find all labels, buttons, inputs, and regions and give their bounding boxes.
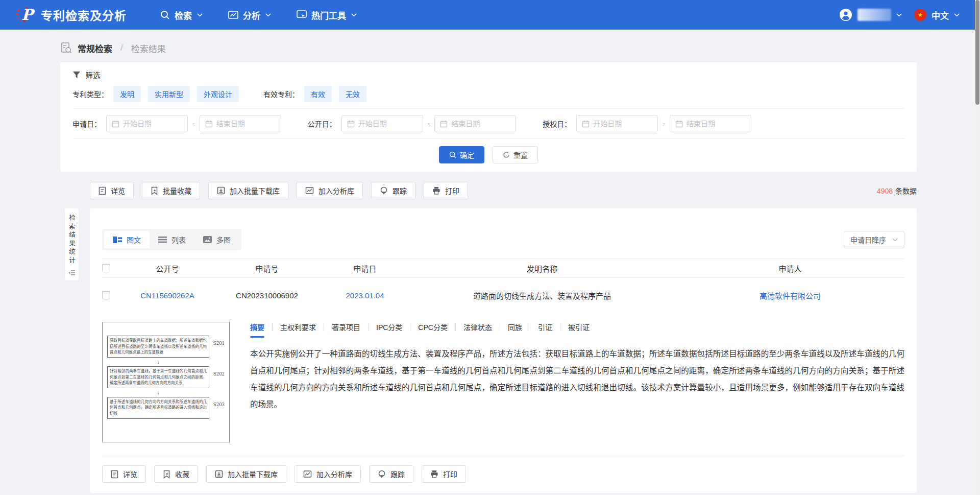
- nav-item-label: 分析: [243, 9, 260, 21]
- date-input-field[interactable]: [358, 120, 418, 128]
- add-analysis-library-button[interactable]: 加入分析库: [297, 182, 363, 199]
- date-range-dash: -: [192, 120, 195, 128]
- view-tab-image-text[interactable]: 图文: [104, 231, 150, 248]
- favorite-button[interactable]: ★ 收藏: [154, 465, 198, 483]
- printer-icon: [432, 186, 440, 195]
- button-label: 详览: [111, 185, 125, 196]
- publication-no-link[interactable]: CN115690262A: [122, 291, 212, 300]
- tag-invalid[interactable]: 无效: [339, 86, 366, 102]
- row-checkbox[interactable]: [102, 291, 110, 299]
- patent-type-label: 专利类型：: [72, 89, 108, 99]
- printer-icon: [430, 470, 438, 478]
- print-button[interactable]: 打印: [422, 465, 466, 483]
- flowchart-step: 基于所述车道线的几何方向的方向关系和所述车道线的几何首点和几何尾点，确定所述目标…: [107, 397, 225, 419]
- flowchart-box: 基于所述车道线的几何方向的方向关系和所述车道线的几何首点和几何尾点，确定所述目标…: [107, 397, 209, 419]
- detail-view-button[interactable]: 详览: [102, 465, 146, 483]
- application-start-date-input[interactable]: [106, 115, 188, 132]
- chevron-down-icon[interactable]: [896, 13, 902, 17]
- tab-main-claim[interactable]: 主权利要求: [280, 322, 316, 338]
- tab-family[interactable]: 同族: [508, 322, 522, 338]
- abstract-text: 本公开实施例公开了一种道路面的切线生成方法、装置及程序产品，所述方法包括：获取目…: [250, 345, 904, 413]
- reset-label: 重置: [513, 150, 528, 160]
- confirm-button[interactable]: 确定: [439, 146, 484, 163]
- select-all-checkbox[interactable]: [102, 264, 110, 272]
- view-tab-list[interactable]: 列表: [150, 231, 194, 248]
- invention-title: 道路面的切线生成方法、装置及程序产品: [408, 290, 676, 301]
- flowchart-box: 获取目标道获取目标道路上的车道数据；所述车道数据包括所述目标道路的至少两条车道线…: [107, 336, 209, 358]
- application-date[interactable]: 2023.01.04: [322, 291, 408, 300]
- detail-view-button[interactable]: 详览: [90, 182, 134, 199]
- tab-citations[interactable]: 引证: [538, 322, 552, 338]
- button-label: 加入分析库: [316, 469, 352, 479]
- tab-ipc-class[interactable]: IPC分类: [376, 322, 402, 338]
- flowchart-arrow: ↓: [107, 388, 209, 397]
- grant-start-date-input[interactable]: [576, 115, 658, 132]
- language-label[interactable]: 中文: [932, 9, 949, 21]
- date-input-field[interactable]: [216, 120, 276, 128]
- sort-dropdown[interactable]: 申请日降序: [844, 231, 904, 248]
- tab-separator: [560, 323, 560, 331]
- date-input-field[interactable]: [451, 120, 510, 128]
- tag-utility-model[interactable]: 实用新型: [148, 86, 190, 102]
- chevron-down-icon: [197, 13, 203, 17]
- patent-figure-thumbnail[interactable]: 获取目标道获取目标道路上的车道数据；所述车道数据包括所述目标道路的至少两条车道线…: [102, 322, 230, 442]
- tools-window-icon: [297, 10, 307, 19]
- view-tab-multi-image[interactable]: 多图: [194, 231, 239, 248]
- publication-end-date-input[interactable]: [434, 115, 516, 132]
- refresh-icon: [503, 151, 510, 158]
- result-count-suffix: 条数据: [895, 187, 917, 195]
- nav-item-search[interactable]: 检索: [160, 9, 203, 21]
- add-analysis-library-button[interactable]: 加入分析库: [295, 465, 361, 483]
- calendar-icon: [205, 120, 213, 128]
- nav-item-analysis[interactable]: 分析: [228, 9, 271, 21]
- nav-item-label: 热门工具: [311, 9, 346, 21]
- scrollbar-thumb[interactable]: [975, 0, 979, 105]
- date-group-label: 申请日：: [72, 119, 101, 129]
- date-input-field[interactable]: [687, 120, 746, 128]
- results-toolbar: 详览 ★ 批量收藏 加入批量下载库 加入分析库 跟踪 打印 4908条数据: [90, 182, 917, 199]
- document-icon: [99, 186, 106, 195]
- application-end-date-input[interactable]: [200, 115, 281, 132]
- nav-menus: 检索 分析 热门工具: [160, 9, 357, 21]
- print-button[interactable]: 打印: [424, 182, 468, 199]
- flowchart-step: 针对相邻的两条车道线，基于第一车道线的几何首点和几何尾点到第二车道线的几何首点和…: [107, 366, 225, 388]
- tag-design[interactable]: 外观设计: [197, 86, 239, 102]
- user-avatar-icon[interactable]: [839, 8, 852, 21]
- date-range-dash: -: [428, 120, 430, 128]
- brand[interactable]: P 专利检索及分析: [14, 5, 127, 25]
- nav-item-hot-tools[interactable]: 热门工具: [297, 9, 357, 21]
- tab-separator: [410, 323, 410, 331]
- grant-end-date-input[interactable]: [670, 115, 751, 132]
- tab-bibliographic[interactable]: 著录项目: [332, 322, 360, 338]
- track-button[interactable]: 跟踪: [371, 182, 415, 199]
- result-count: 4908条数据: [877, 185, 917, 196]
- svg-text:★: ★: [165, 472, 168, 476]
- breadcrumb-root[interactable]: 常规检索: [78, 42, 112, 55]
- reset-button[interactable]: 重置: [493, 146, 538, 163]
- tab-cited-by[interactable]: 被引证: [568, 322, 590, 338]
- username-redacted[interactable]: [857, 9, 891, 21]
- results-card: 图文 列表 多图 申请日降序: [90, 208, 917, 493]
- tab-legal-status[interactable]: 法律状态: [463, 322, 492, 338]
- tab-separator: [272, 323, 273, 331]
- track-button[interactable]: 跟踪: [369, 465, 413, 483]
- button-label: 批量收藏: [163, 185, 191, 196]
- date-input-field[interactable]: [593, 120, 652, 128]
- tab-abstract[interactable]: 摘要: [250, 322, 264, 338]
- add-batch-download-button[interactable]: 加入批量下载库: [206, 465, 286, 483]
- tag-invention[interactable]: 发明: [113, 86, 141, 102]
- date-input-field[interactable]: [123, 120, 182, 128]
- batch-favorite-button[interactable]: ★ 批量收藏: [142, 182, 200, 199]
- tab-cpc-class[interactable]: CPC分类: [418, 322, 448, 338]
- button-label: 跟踪: [390, 469, 405, 479]
- add-batch-download-button[interactable]: 加入批量下载库: [208, 182, 288, 199]
- calendar-icon: [112, 120, 119, 128]
- stats-side-tab[interactable]: 检索结果统计: [65, 208, 79, 280]
- filter-title: 筛选: [85, 69, 101, 80]
- chevron-down-icon[interactable]: [954, 13, 960, 17]
- tag-valid[interactable]: 有效: [304, 86, 332, 102]
- publication-start-date-input[interactable]: [341, 115, 423, 132]
- filter-date-row: 申请日： - 公开日： -: [72, 109, 904, 139]
- svg-text:★: ★: [153, 188, 156, 192]
- applicant-link[interactable]: 高德软件有限公司: [676, 290, 904, 301]
